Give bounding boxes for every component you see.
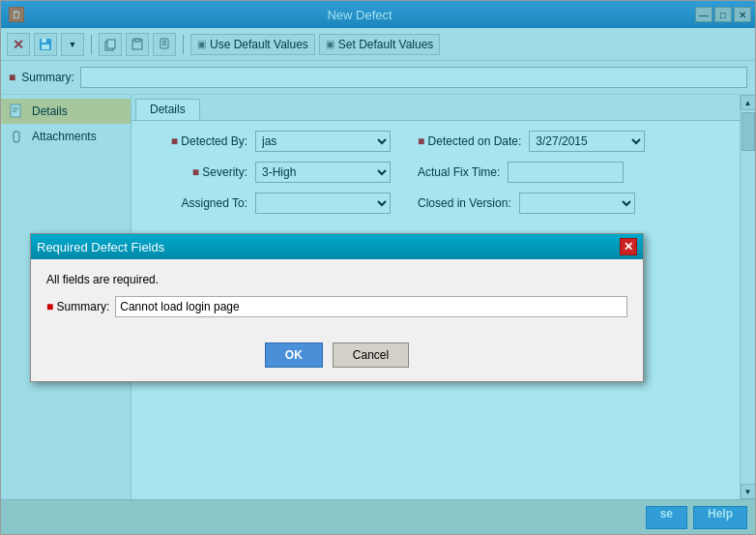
modal-summary-label: ■ Summary: xyxy=(46,300,109,313)
modal-footer: OK Cancel xyxy=(31,331,643,381)
modal-summary-input[interactable] xyxy=(115,296,627,317)
modal-all-required-text: All fields are required. xyxy=(46,273,627,286)
modal-summary-label-text: Summary: xyxy=(57,300,110,313)
main-window: 🗒 New Defect — □ ✕ ✕ ▼ ▣ Use Default Val… xyxy=(0,0,756,535)
modal-titlebar: Required Defect Fields ✕ xyxy=(31,234,643,259)
modal-body: All fields are required. ■ Summary: xyxy=(31,259,643,331)
modal-summary-row: ■ Summary: xyxy=(46,296,627,317)
modal-close-button[interactable]: ✕ xyxy=(620,238,637,255)
modal-ok-button[interactable]: OK xyxy=(265,342,323,368)
modal-cancel-button[interactable]: Cancel xyxy=(333,342,409,368)
modal-title: Required Defect Fields xyxy=(37,240,164,254)
modal-dialog: Required Defect Fields ✕ All fields are … xyxy=(30,233,644,382)
modal-summary-req: ■ xyxy=(46,300,53,313)
